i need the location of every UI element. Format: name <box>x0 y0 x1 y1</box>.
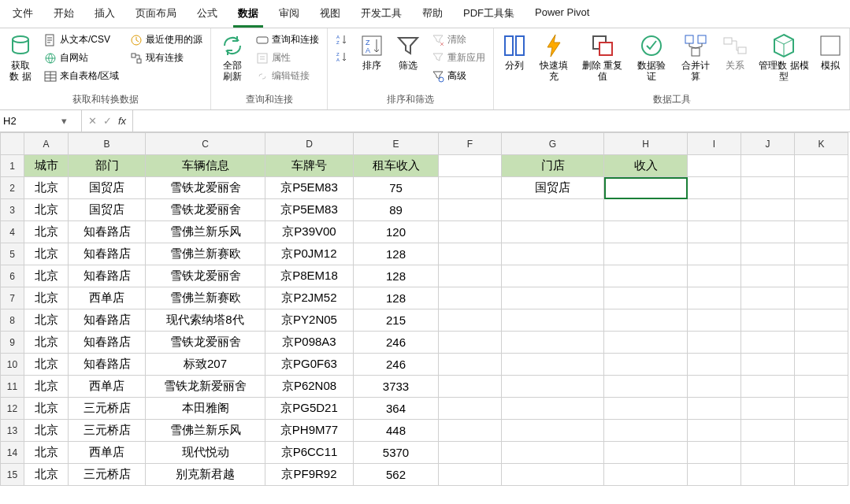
cell-J15[interactable] <box>741 464 795 486</box>
cell-H5[interactable] <box>604 243 688 265</box>
cell-D1[interactable]: 车牌号 <box>265 155 354 177</box>
cell-F1[interactable] <box>439 155 502 177</box>
column-header-G[interactable]: G <box>502 133 604 155</box>
queries-conn-button[interactable]: 查询和连接 <box>253 32 322 48</box>
cell-C10[interactable]: 标致207 <box>146 354 265 376</box>
menu-tab-PDF工具集[interactable]: PDF工具集 <box>458 3 519 28</box>
cell-C8[interactable]: 现代索纳塔8代 <box>146 309 265 332</box>
cell-I11[interactable] <box>688 376 741 398</box>
cell-A3[interactable]: 北京 <box>24 199 69 221</box>
cell-H15[interactable] <box>604 464 688 486</box>
cell-D10[interactable]: 京PG0F63 <box>265 354 354 376</box>
sort-desc-button[interactable]: ZA <box>332 49 351 65</box>
cell-G6[interactable] <box>502 265 604 287</box>
cell-K6[interactable] <box>795 265 848 287</box>
from-web-button[interactable]: 自网站 <box>41 50 122 66</box>
cell-C9[interactable]: 雪铁龙爱丽舍 <box>146 332 265 354</box>
menu-tab-数据[interactable]: 数据 <box>233 3 263 28</box>
cell-E9[interactable]: 246 <box>354 332 439 354</box>
cell-E6[interactable]: 128 <box>354 265 439 287</box>
cell-F5[interactable] <box>439 243 502 265</box>
filter-button[interactable]: 筛选 <box>392 32 424 72</box>
row-header-1[interactable]: 1 <box>1 155 24 177</box>
cell-K12[interactable] <box>795 398 848 420</box>
cell-C1[interactable]: 车辆信息 <box>146 155 265 177</box>
cell-A8[interactable]: 北京 <box>24 309 69 332</box>
cell-I14[interactable] <box>688 442 741 464</box>
formula-input[interactable] <box>138 115 845 127</box>
cell-A12[interactable]: 北京 <box>24 398 69 420</box>
cell-E12[interactable]: 364 <box>354 398 439 420</box>
text-to-columns-button[interactable]: 分列 <box>499 32 530 72</box>
column-header-B[interactable]: B <box>69 133 146 155</box>
remove-duplicates-button[interactable]: 删除 重复值 <box>578 32 627 83</box>
cell-I15[interactable] <box>688 464 741 486</box>
cell-G5[interactable] <box>502 243 604 265</box>
menu-tab-开始[interactable]: 开始 <box>49 3 79 28</box>
cell-E7[interactable]: 128 <box>354 287 439 309</box>
advanced-button[interactable]: 高级 <box>429 68 488 84</box>
cell-G11[interactable] <box>502 376 604 398</box>
name-box-input[interactable] <box>3 115 58 127</box>
cell-E4[interactable]: 120 <box>354 221 439 243</box>
cell-K9[interactable] <box>795 332 848 354</box>
cell-E3[interactable]: 89 <box>354 199 439 221</box>
cell-E15[interactable]: 562 <box>354 464 439 486</box>
cell-I4[interactable] <box>688 221 741 243</box>
cell-D9[interactable]: 京P098A3 <box>265 332 354 354</box>
cell-B5[interactable]: 知春路店 <box>69 243 146 265</box>
cell-E13[interactable]: 448 <box>354 420 439 442</box>
cell-A7[interactable]: 北京 <box>24 287 69 309</box>
column-header-I[interactable]: I <box>688 133 741 155</box>
cell-D4[interactable]: 京P39V00 <box>265 221 354 243</box>
cell-G1[interactable]: 门店 <box>502 155 604 177</box>
cell-E1[interactable]: 租车收入 <box>354 155 439 177</box>
cell-F6[interactable] <box>439 265 502 287</box>
cell-A5[interactable]: 北京 <box>24 243 69 265</box>
column-header-C[interactable]: C <box>146 133 265 155</box>
cell-J14[interactable] <box>741 442 795 464</box>
cell-J4[interactable] <box>741 221 795 243</box>
row-header-6[interactable]: 6 <box>1 265 24 287</box>
cell-H6[interactable] <box>604 265 688 287</box>
cell-C7[interactable]: 雪佛兰新赛欧 <box>146 287 265 309</box>
cell-G10[interactable] <box>502 354 604 376</box>
cell-B10[interactable]: 知春路店 <box>69 354 146 376</box>
cell-A13[interactable]: 北京 <box>24 420 69 442</box>
cell-A1[interactable]: 城市 <box>24 155 69 177</box>
cell-C6[interactable]: 雪铁龙爱丽舍 <box>146 265 265 287</box>
cell-C14[interactable]: 现代悦动 <box>146 442 265 464</box>
cell-H11[interactable] <box>604 376 688 398</box>
cell-J1[interactable] <box>741 155 795 177</box>
cell-K15[interactable] <box>795 464 848 486</box>
cell-I13[interactable] <box>688 420 741 442</box>
cell-I3[interactable] <box>688 199 741 221</box>
cell-J8[interactable] <box>741 309 795 332</box>
row-header-5[interactable]: 5 <box>1 243 24 265</box>
cell-F8[interactable] <box>439 309 502 332</box>
cell-K2[interactable] <box>795 177 848 199</box>
cell-D2[interactable]: 京P5EM83 <box>265 177 354 199</box>
cell-I6[interactable] <box>688 265 741 287</box>
cell-E2[interactable]: 75 <box>354 177 439 199</box>
recent-sources-button[interactable]: 最近使用的源 <box>127 32 206 48</box>
cell-C12[interactable]: 本田雅阁 <box>146 398 265 420</box>
cell-B6[interactable]: 知春路店 <box>69 265 146 287</box>
cell-B11[interactable]: 西单店 <box>69 376 146 398</box>
cell-C11[interactable]: 雪铁龙新爱丽舍 <box>146 376 265 398</box>
row-header-9[interactable]: 9 <box>1 332 24 354</box>
cell-H1[interactable]: 收入 <box>604 155 688 177</box>
cell-A9[interactable]: 北京 <box>24 332 69 354</box>
cell-A2[interactable]: 北京 <box>24 177 69 199</box>
menu-tab-Power Pivot[interactable]: Power Pivot <box>530 3 594 28</box>
cell-G2[interactable]: 国贸店 <box>502 177 604 199</box>
cell-I10[interactable] <box>688 354 741 376</box>
refresh-all-button[interactable]: 全部刷新 <box>216 32 248 83</box>
cell-H10[interactable] <box>604 354 688 376</box>
row-header-10[interactable]: 10 <box>1 354 24 376</box>
menu-tab-插入[interactable]: 插入 <box>90 3 120 28</box>
cell-B7[interactable]: 西单店 <box>69 287 146 309</box>
cell-B2[interactable]: 国贸店 <box>69 177 146 199</box>
cell-D11[interactable]: 京P62N08 <box>265 376 354 398</box>
cell-C3[interactable]: 雪铁龙爱丽舍 <box>146 199 265 221</box>
